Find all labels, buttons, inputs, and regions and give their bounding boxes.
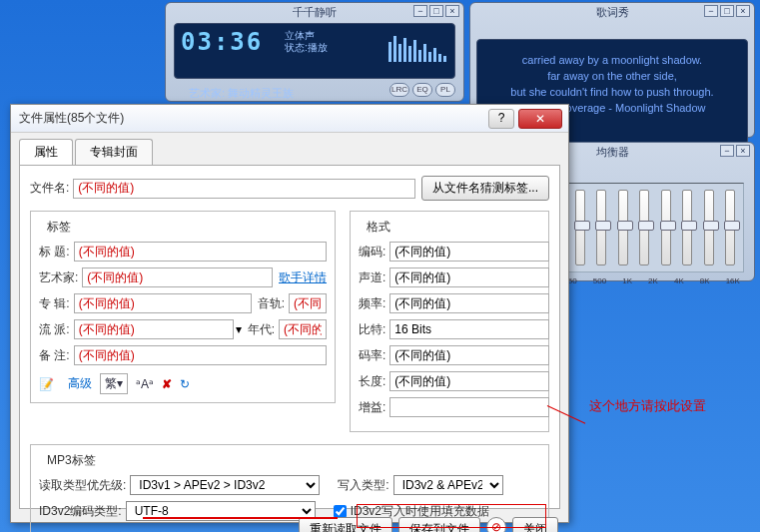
album-input[interactable] — [74, 293, 252, 313]
title-input[interactable] — [74, 242, 327, 262]
font-convert-icon[interactable]: ᵃAᵃ — [136, 377, 154, 391]
eq-slider[interactable] — [682, 190, 692, 266]
comment-input[interactable] — [74, 345, 327, 365]
bits-field — [389, 319, 549, 339]
save-button[interactable]: 保存到文件 — [398, 517, 480, 532]
gain-field — [389, 397, 549, 417]
cancel-icon[interactable]: ⊘ — [486, 517, 506, 532]
player-title-text: 千千静听 — [293, 6, 337, 18]
encode-field — [389, 242, 549, 262]
dialog-title: 文件属性(85个文件) — [19, 110, 124, 127]
id3v2-padding-checkbox[interactable] — [334, 505, 347, 518]
mp3tag-legend: MP3标签 — [43, 452, 100, 469]
help-button[interactable]: ? — [488, 109, 514, 129]
refresh-icon[interactable]: ↻ — [180, 377, 190, 391]
genre-input[interactable] — [74, 319, 234, 339]
tab-properties[interactable]: 属性 — [19, 139, 73, 165]
length-field — [389, 371, 549, 391]
time-display: 03:36 — [175, 24, 269, 78]
edit-icon[interactable]: 📝 — [39, 377, 54, 391]
eq-slider[interactable] — [661, 190, 671, 266]
annotation-text: 这个地方请按此设置 — [589, 397, 706, 415]
eq-slider[interactable] — [575, 190, 585, 266]
lyrics-title: 歌词秀 — [596, 6, 629, 18]
lyrics-titlebar[interactable]: 歌词秀 − □ × — [470, 3, 754, 21]
player-display: 03:36 立体声 状态:播放 艺术家: 舞动精灵王族 — [174, 23, 455, 79]
close-icon[interactable]: × — [445, 5, 459, 17]
tag-toolbar: 📝 高级 繁▾ ᵃAᵃ ✘ ↻ — [39, 373, 327, 394]
bitrate-field — [389, 345, 549, 365]
dialog-titlebar[interactable]: 文件属性(85个文件) ? ✕ — [11, 105, 568, 133]
minimize-icon[interactable]: − — [720, 145, 734, 157]
tag-legend: 标签 — [43, 219, 75, 236]
eq-slider[interactable] — [618, 190, 628, 266]
minimize-icon[interactable]: − — [704, 5, 718, 17]
track-input[interactable] — [289, 293, 327, 313]
eq-slider[interactable] — [725, 190, 735, 266]
format-fieldset: 格式 编码: 声道: 频率: 比特: 码率: 长度: 增益: — [350, 211, 549, 432]
artist-input[interactable] — [82, 267, 273, 287]
filename-input[interactable] — [73, 179, 415, 199]
write-type-select[interactable]: ID3v2 & APEv2 — [393, 475, 503, 495]
lyric-line: but she couldn't find how to push throug… — [481, 84, 743, 100]
minimize-icon[interactable]: − — [413, 5, 427, 17]
year-input[interactable] — [279, 319, 327, 339]
traditional-toggle[interactable]: 繁▾ — [100, 373, 128, 394]
tabs: 属性 专辑封面 — [11, 133, 568, 165]
freq-field — [389, 293, 549, 313]
eq-slider[interactable] — [596, 190, 606, 266]
file-properties-dialog: 文件属性(85个文件) ? ✕ 属性 专辑封面 文件名: 从文件名猜测标签...… — [10, 104, 569, 523]
lyric-line: far away on the other side, — [481, 68, 743, 84]
status-block: 立体声 状态:播放 — [285, 30, 328, 54]
format-legend: 格式 — [363, 219, 394, 236]
id3v2-encoding-select[interactable]: UTF-8 — [126, 501, 316, 521]
delete-icon[interactable]: ✘ — [162, 377, 172, 391]
lyric-line: carried away by a moonlight shadow. — [481, 52, 743, 68]
channel-field — [389, 267, 549, 287]
filename-label: 文件名: — [30, 180, 69, 197]
eq-slider[interactable] — [639, 190, 649, 266]
spectrum-visualizer — [388, 34, 446, 62]
stereo-label: 立体声 — [285, 30, 328, 42]
artist-line: 艺术家: 舞动精灵王族 — [189, 86, 294, 101]
read-priority-select[interactable]: ID3v1 > APEv2 > ID3v2 — [130, 475, 320, 495]
reread-button[interactable]: 重新读取文件 — [299, 517, 392, 532]
close-dialog-button[interactable]: 关闭 — [512, 517, 558, 532]
eq-slider[interactable] — [704, 190, 714, 266]
close-icon[interactable]: × — [736, 145, 750, 157]
tag-fieldset: 标签 标 题: 艺术家:歌手详情 专 辑:音轨: 流 派:▾年代: 备 注: 📝… — [30, 211, 336, 403]
eq-title: 均衡器 — [596, 146, 629, 158]
mode-icon[interactable]: □ — [720, 5, 734, 17]
close-icon[interactable]: × — [736, 5, 750, 17]
singer-details-link[interactable]: 歌手详情 — [279, 269, 327, 286]
tab-album-cover[interactable]: 专辑封面 — [75, 139, 153, 165]
dialog-body: 文件名: 从文件名猜测标签... 标签 标 题: 艺术家:歌手详情 专 辑:音轨… — [19, 165, 560, 509]
player-window: 千千静听 − □ × 03:36 立体声 状态:播放 艺术家: 舞动精灵王族 L… — [165, 2, 464, 102]
lrc-button[interactable]: LRC — [389, 83, 409, 97]
mode-icon[interactable]: □ — [429, 5, 443, 17]
eq-button[interactable]: EQ — [412, 83, 432, 97]
player-footer-buttons: LRC EQ PL — [389, 83, 455, 97]
pl-button[interactable]: PL — [435, 83, 455, 97]
player-titlebar[interactable]: 千千静听 − □ × — [166, 3, 463, 21]
advanced-link[interactable]: 高级 — [68, 375, 92, 392]
guess-tags-button[interactable]: 从文件名猜测标签... — [421, 176, 549, 201]
close-button[interactable]: ✕ — [518, 109, 562, 129]
